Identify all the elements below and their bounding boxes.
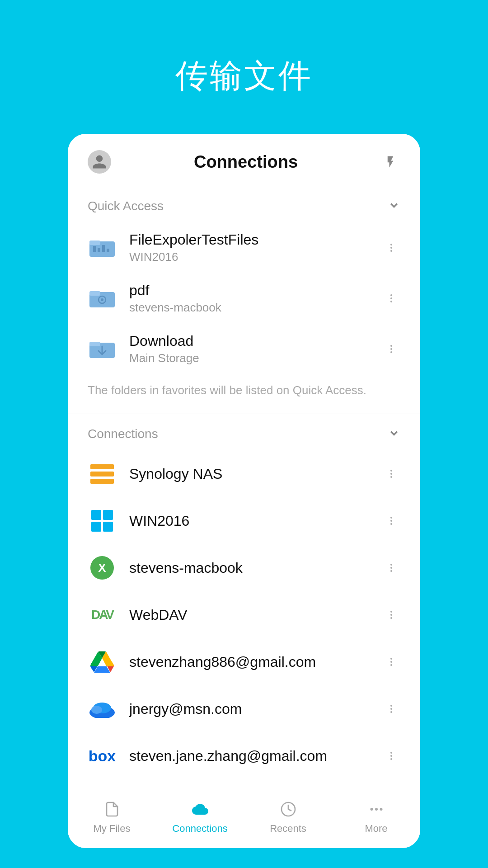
quick-access-label: Quick Access <box>88 199 164 213</box>
quick-access-item-2-text: Download Main Storage <box>129 333 382 365</box>
quick-access-item-2-sub: Main Storage <box>129 351 382 365</box>
nav-recents[interactable]: Recents <box>244 799 332 835</box>
connection-webdav-name: WebDAV <box>129 607 382 623</box>
connection-gdrive-name: stevenzhang886@gmail.com <box>129 654 382 670</box>
user-avatar-icon[interactable] <box>88 150 111 174</box>
quick-access-item-0[interactable]: FileExpolerTestFiles WIN2016 <box>68 222 420 273</box>
connection-win2016-text: WIN2016 <box>129 513 382 529</box>
connection-win2016[interactable]: WIN2016 <box>68 497 420 544</box>
svg-rect-25 <box>103 510 113 520</box>
svg-point-21 <box>390 470 392 472</box>
quick-access-item-2-name: Download <box>129 333 382 349</box>
box-icon: box <box>88 741 117 770</box>
svg-point-36 <box>390 617 392 619</box>
nav-connections[interactable]: Connections <box>156 799 244 835</box>
quick-access-item-0-more-icon[interactable] <box>382 242 400 253</box>
nav-more-label: More <box>365 823 387 835</box>
svg-rect-26 <box>91 522 101 532</box>
connection-macbook-name: stevens-macbook <box>129 560 382 576</box>
svg-point-37 <box>390 658 392 660</box>
svg-point-30 <box>390 523 392 525</box>
svg-point-34 <box>390 611 392 613</box>
connection-onedrive[interactable]: jnergy@msn.com <box>68 685 420 732</box>
more-icon <box>366 799 386 819</box>
svg-point-39 <box>390 664 392 666</box>
svg-point-13 <box>390 294 392 296</box>
connection-onedrive-more-icon[interactable] <box>382 703 400 714</box>
quick-access-item-1-more-icon[interactable] <box>382 293 400 304</box>
connection-onedrive-name: jnergy@msn.com <box>129 701 382 717</box>
quick-access-item-1-sub: stevens-macbook <box>129 301 382 315</box>
bottom-navigation: My Files Connections Recents <box>68 790 420 848</box>
svg-point-6 <box>390 244 392 245</box>
connection-box-name: steven.jane.zhang@gmail.com <box>129 748 382 764</box>
svg-rect-27 <box>103 522 113 532</box>
svg-point-48 <box>390 758 392 760</box>
connection-macbook[interactable]: X stevens-macbook <box>68 544 420 591</box>
connection-macbook-text: stevens-macbook <box>129 560 382 576</box>
svg-point-44 <box>390 708 392 710</box>
svg-rect-17 <box>89 342 100 346</box>
synology-icon <box>88 459 117 488</box>
connection-onedrive-text: jnergy@msn.com <box>129 701 382 717</box>
connection-synology-more-icon[interactable] <box>382 468 400 479</box>
connection-gdrive[interactable]: stevenzhang886@gmail.com <box>68 638 420 685</box>
connection-webdav-more-icon[interactable] <box>382 609 400 620</box>
quick-access-item-0-text: FileExpolerTestFiles WIN2016 <box>129 231 382 264</box>
quick-access-section-header[interactable]: Quick Access <box>68 186 420 222</box>
connection-gdrive-text: stevenzhang886@gmail.com <box>129 654 382 670</box>
svg-rect-4 <box>102 245 105 252</box>
svg-rect-10 <box>89 291 100 296</box>
connections-section-header[interactable]: Connections <box>68 414 420 450</box>
connection-win2016-more-icon[interactable] <box>382 515 400 526</box>
svg-rect-2 <box>93 246 96 252</box>
svg-point-43 <box>390 705 392 707</box>
quick-access-chevron-icon[interactable] <box>388 199 400 213</box>
svg-point-14 <box>390 297 392 299</box>
nav-myfiles[interactable]: My Files <box>68 799 156 835</box>
svg-rect-5 <box>107 249 109 252</box>
main-card: Connections Quick Access <box>68 134 420 848</box>
svg-point-28 <box>390 517 392 519</box>
svg-point-46 <box>390 752 392 754</box>
webdav-icon: DAV <box>88 600 117 629</box>
connections-label: Connections <box>88 427 158 441</box>
folder-stats-icon <box>88 233 117 262</box>
svg-point-33 <box>390 570 392 572</box>
quick-access-item-2-more-icon[interactable] <box>382 344 400 354</box>
quick-access-item-2[interactable]: Download Main Storage <box>68 324 420 374</box>
connection-webdav-text: WebDAV <box>129 607 382 623</box>
page-title: 传输文件 <box>175 54 313 98</box>
svg-point-15 <box>390 301 392 302</box>
svg-rect-1 <box>89 241 100 245</box>
nav-connections-label: Connections <box>172 823 227 835</box>
connection-synology[interactable]: Synology NAS <box>68 450 420 497</box>
connections-icon <box>190 799 210 819</box>
windows-icon <box>88 506 117 535</box>
connection-gdrive-more-icon[interactable] <box>382 656 400 667</box>
card-header: Connections <box>68 134 420 186</box>
svg-point-52 <box>380 808 382 811</box>
connection-box[interactable]: box steven.jane.zhang@gmail.com <box>68 732 420 779</box>
quick-access-item-1-name: pdf <box>129 282 382 299</box>
card-body: Quick Access FileExpolerTestFiles WIN201 <box>68 186 420 790</box>
quick-access-item-1[interactable]: pdf stevens-macbook <box>68 273 420 324</box>
svg-point-50 <box>370 808 373 811</box>
connection-macbook-more-icon[interactable] <box>382 562 400 573</box>
header-title: Connections <box>194 152 298 172</box>
svg-point-51 <box>375 808 378 811</box>
connection-box-text: steven.jane.zhang@gmail.com <box>129 748 382 764</box>
nav-more[interactable]: More <box>332 799 420 835</box>
svg-point-8 <box>390 250 392 252</box>
mac-icon: X <box>88 553 117 582</box>
flash-icon[interactable] <box>380 152 400 172</box>
svg-point-20 <box>390 351 392 353</box>
connections-chevron-icon[interactable] <box>388 427 400 441</box>
svg-point-38 <box>390 661 392 663</box>
connection-webdav[interactable]: DAV WebDAV <box>68 591 420 638</box>
connection-box-more-icon[interactable] <box>382 750 400 761</box>
svg-point-31 <box>390 564 392 566</box>
connection-synology-name: Synology NAS <box>129 466 382 482</box>
connection-last-partial[interactable] <box>68 779 420 790</box>
file-icon <box>102 799 122 819</box>
